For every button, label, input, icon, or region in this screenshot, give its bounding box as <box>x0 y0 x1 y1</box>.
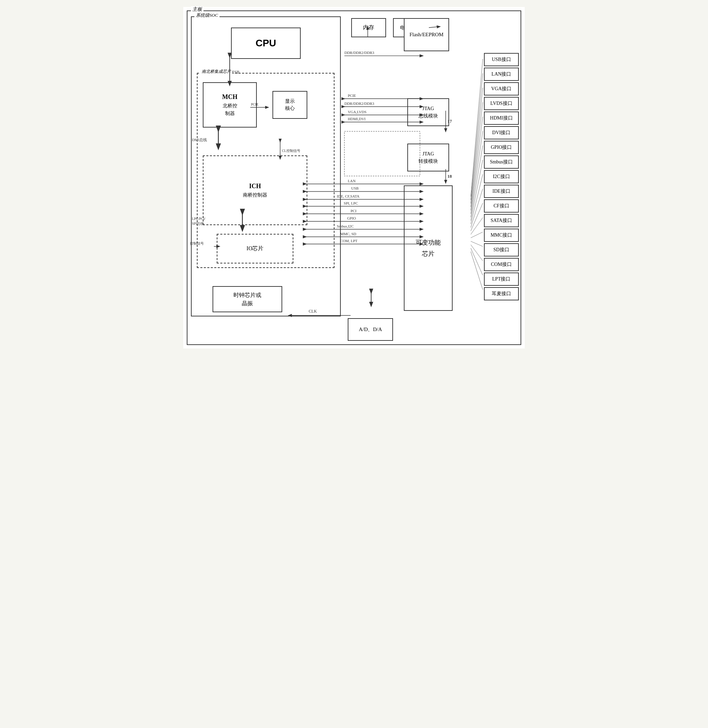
mainboard: 主板 系统级SOC CPU 南北桥集成芯片 MCH 北桥控 制器 显示核心 <box>187 10 521 345</box>
interface-lan: LAN接口 <box>484 68 519 81</box>
interface-gpio: GPIO接口 <box>484 141 519 154</box>
ich-title: ICH <box>249 181 261 191</box>
interface-cf: CF接口 <box>484 199 519 212</box>
svg-text:SPI, LPC: SPI, LPC <box>344 201 358 205</box>
svg-text:18: 18 <box>447 174 452 179</box>
mch-title: MCH <box>222 92 238 102</box>
mch-block: MCH 北桥控 制器 <box>203 82 257 128</box>
svg-line-59 <box>471 174 483 224</box>
io-chip-block: IO芯片 <box>217 234 293 263</box>
soc-container: 系统级SOC CPU 南北桥集成芯片 MCH 北桥控 制器 显示核心 <box>191 16 341 317</box>
svg-line-61 <box>471 203 483 231</box>
interface-com: COM接口 <box>484 258 519 271</box>
ich-subtitle: 南桥控制器 <box>243 191 267 199</box>
svg-line-54 <box>471 102 483 207</box>
interface-vga: VGA接口 <box>484 82 519 96</box>
flash-label: Flash/EEPROM <box>409 32 444 38</box>
interface-ide: IDE接口 <box>484 185 519 198</box>
svg-line-66 <box>471 248 483 275</box>
interface-audio: 耳麦接口 <box>484 287 519 301</box>
soc-label: 系统级SOC <box>194 12 219 19</box>
clock-label: 时钟芯片或晶振 <box>234 291 261 308</box>
svg-text:VGA,LVDS: VGA,LVDS <box>348 110 366 114</box>
svg-line-63 <box>471 232 483 238</box>
jtag-bus-block: JTAG总线模块 <box>407 98 449 126</box>
cpu-block: CPU <box>231 28 301 59</box>
svg-text:DDR/DDR2/DDR3: DDR/DDR2/DDR3 <box>344 51 374 55</box>
interface-lvds: LVDS接口 <box>484 97 519 110</box>
display-core-label: 显示核心 <box>285 98 295 112</box>
mch-line2: 北桥控 <box>223 102 237 110</box>
ns-bridge-container: 南北桥集成芯片 MCH 北桥控 制器 显示核心 ICH 南桥控制器 <box>197 73 335 268</box>
svg-line-65 <box>471 245 483 261</box>
interface-sata: SATA接口 <box>484 214 519 227</box>
interface-smbus: Smbus接口 <box>484 155 519 169</box>
mch-line3: 制器 <box>225 110 235 118</box>
ns-bridge-label: 南北桥集成芯片 <box>200 69 232 74</box>
interface-sd: SD接口 <box>484 243 519 256</box>
jtag-switch-label: JTAG转接模块 <box>418 150 438 165</box>
memory-block: 内存 <box>351 18 386 37</box>
interfaces-column: USB接口 LAN接口 VGA接口 LVDS接口 HDMI接口 DVI接口 GP… <box>484 53 519 301</box>
svg-line-58 <box>471 160 483 221</box>
jtag-bus-label: JTAG总线模块 <box>418 105 438 119</box>
interface-usb: USB接口 <box>484 53 519 66</box>
svg-line-62 <box>471 218 483 234</box>
svg-text:USB: USB <box>351 186 358 190</box>
svg-text:COM, LPT: COM, LPT <box>340 239 358 243</box>
svg-line-60 <box>471 189 483 228</box>
display-core-block: 显示核心 <box>273 91 307 119</box>
svg-line-56 <box>471 131 483 214</box>
svg-text:DDR/DDR2/DDR3: DDR/DDR2/DDR3 <box>344 102 374 106</box>
interface-mmc: MMC接口 <box>484 229 519 242</box>
memory-label: 内存 <box>363 24 374 31</box>
mainboard-label: 主板 <box>191 6 203 13</box>
interface-i2c: I2C接口 <box>484 170 519 183</box>
io-chip-label: IO芯片 <box>247 245 264 252</box>
svg-line-51 <box>471 59 483 196</box>
ad-block: A/D、D/A <box>348 318 393 341</box>
svg-line-57 <box>471 145 483 217</box>
var-chip-label: 可变功能芯片 <box>416 237 441 260</box>
cpu-label: CPU <box>255 38 276 49</box>
interface-lpt: LPT接口 <box>484 273 519 286</box>
ad-label: A/D、D/A <box>359 326 382 333</box>
svg-line-64 <box>471 241 483 246</box>
svg-line-55 <box>471 117 483 211</box>
jtag-switch-block: JTAG转接模块 <box>407 144 449 171</box>
interface-hdmi: HDMI接口 <box>484 112 519 125</box>
svg-text:PCIE: PCIE <box>348 93 356 97</box>
svg-text:HDMI,DVI: HDMI,DVI <box>348 117 366 121</box>
interface-dvi: DVI接口 <box>484 126 519 139</box>
clock-block: 时钟芯片或晶振 <box>213 286 282 312</box>
svg-text:LAN: LAN <box>348 179 355 183</box>
ich-block: ICH 南桥控制器 <box>203 155 307 225</box>
svg-line-53 <box>471 88 483 203</box>
svg-line-52 <box>471 73 483 200</box>
svg-text:MMC, SD: MMC, SD <box>340 232 357 236</box>
svg-text:GPIO: GPIO <box>347 216 356 220</box>
var-chip-block: 可变功能芯片 <box>404 185 453 311</box>
svg-text:PCI: PCI <box>351 209 357 213</box>
svg-line-67 <box>471 251 483 289</box>
flash-block: Flash/EEPROM <box>404 18 449 51</box>
